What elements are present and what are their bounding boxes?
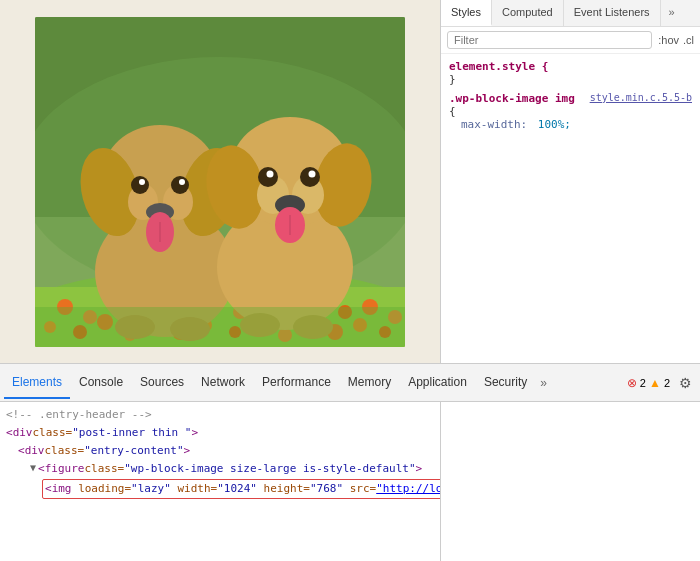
style-rule-close: } xyxy=(449,73,692,86)
style-rule-open: { xyxy=(449,105,692,118)
dt-tab-network[interactable]: Network xyxy=(193,367,253,399)
attr-class2: class= xyxy=(45,442,85,460)
attr-height: height= xyxy=(264,482,310,495)
dt-tab-more[interactable]: » xyxy=(536,368,551,398)
page-content xyxy=(0,0,440,363)
tag-div-open: < xyxy=(6,424,13,442)
filter-bar: :hov .cl xyxy=(441,27,700,54)
attr-width: width= xyxy=(177,482,217,495)
attr-src-val[interactable]: "http://localhost/theme-check/wp-content… xyxy=(376,482,440,495)
svg-rect-63 xyxy=(35,307,405,347)
attr-class2-val: "entry-content" xyxy=(84,442,183,460)
tag-figure-name: figure xyxy=(45,460,85,478)
wp-block-image-rule: .wp-block-image img style.min.c.5.5-b { … xyxy=(449,92,692,131)
tab-event-listeners[interactable]: Event Listeners xyxy=(564,0,661,26)
main-area: Styles Computed Event Listeners » :hov .… xyxy=(0,0,700,363)
svg-point-55 xyxy=(258,167,278,187)
error-icon: ⊗ xyxy=(627,376,637,390)
settings-gear-icon[interactable]: ⚙ xyxy=(675,371,696,395)
tag-div-name: div xyxy=(13,424,33,442)
attr-loading: loading= xyxy=(78,482,131,495)
attr-class: class= xyxy=(33,424,73,442)
dt-tab-application[interactable]: Application xyxy=(400,367,475,399)
html-panel: <!-- .entry-header --> <div class="post-… xyxy=(0,402,440,561)
styles-filter-input[interactable] xyxy=(447,31,652,49)
attr-height-val: "768" xyxy=(310,482,343,495)
max-width-prop-name: max-width: xyxy=(461,118,527,131)
warning-count: 2 xyxy=(664,377,670,389)
devtools-toolbar: Elements Console Sources Network Perform… xyxy=(0,363,700,401)
warning-icon: ▲ xyxy=(649,376,661,390)
bottom-layout: <!-- .entry-header --> <div class="post-… xyxy=(0,401,700,561)
attr-src: src= xyxy=(350,482,377,495)
tag-close: > xyxy=(191,424,198,442)
max-width-prop: max-width: 100%; xyxy=(449,118,692,131)
tag-img-open: < xyxy=(45,482,52,495)
tag-figure-close: > xyxy=(416,460,423,478)
attr-figure-class: class= xyxy=(84,460,124,478)
styles-bottom-panel xyxy=(440,402,700,561)
wp-block-image-selector: .wp-block-image img xyxy=(449,92,575,105)
styles-content: element.style { } .wp-block-image img st… xyxy=(441,54,700,363)
selected-img-tag: <img loading="lazy" width="1024" height=… xyxy=(42,479,440,499)
svg-point-56 xyxy=(300,167,320,187)
max-width-prop-value: 100%; xyxy=(538,118,571,131)
attr-figure-class-val: "wp-block-image size-large is-style-defa… xyxy=(124,460,415,478)
filter-hov-button[interactable]: :hov xyxy=(658,34,679,46)
tab-computed[interactable]: Computed xyxy=(492,0,564,26)
styles-tabs-bar: Styles Computed Event Listeners » xyxy=(441,0,700,27)
tab-styles[interactable]: Styles xyxy=(441,0,492,26)
svg-point-40 xyxy=(131,176,149,194)
dt-tab-security[interactable]: Security xyxy=(476,367,535,399)
dt-tab-elements[interactable]: Elements xyxy=(4,367,70,399)
svg-point-57 xyxy=(267,170,274,177)
tag-div2-open: < xyxy=(18,442,25,460)
svg-point-58 xyxy=(309,170,316,177)
html-line-div-post: <div class="post-inner thin "> xyxy=(6,424,434,442)
expand-arrow[interactable]: ▼ xyxy=(30,460,36,477)
attr-loading-val: "lazy" xyxy=(131,482,171,495)
attr-width-val: "1024" xyxy=(217,482,257,495)
html-line-figure[interactable]: ▼ <figure class="wp-block-image size-lar… xyxy=(6,460,434,478)
html-line-comment: <!-- .entry-header --> xyxy=(6,406,434,424)
style-rule-header: .wp-block-image img style.min.c.5.5-b xyxy=(449,92,692,105)
dt-tab-memory[interactable]: Memory xyxy=(340,367,399,399)
dt-tab-sources[interactable]: Sources xyxy=(132,367,192,399)
element-style-rule: element.style { } xyxy=(449,60,692,86)
styles-tab-more[interactable]: » xyxy=(661,0,683,26)
style-rule-selector: element.style { xyxy=(449,60,692,73)
error-count: 2 xyxy=(640,377,646,389)
error-badge: ⊗ 2 ▲ 2 xyxy=(627,376,670,390)
svg-point-42 xyxy=(139,179,145,185)
html-line-img[interactable]: <img loading="lazy" width="1024" height=… xyxy=(6,479,434,499)
tag2-close: > xyxy=(184,442,191,460)
tag-figure-open: < xyxy=(38,460,45,478)
attr-class-val: "post-inner thin " xyxy=(72,424,191,442)
dt-tab-console[interactable]: Console xyxy=(71,367,131,399)
tag-img-name: img xyxy=(52,482,72,495)
puppy-image xyxy=(35,17,405,347)
filter-cls-button[interactable]: .cl xyxy=(683,34,694,46)
comment-text: <!-- .entry-header --> xyxy=(6,406,152,424)
styles-bottom-content xyxy=(441,402,700,410)
html-line-div-entry: <div class="entry-content"> xyxy=(6,442,434,460)
dt-tab-performance[interactable]: Performance xyxy=(254,367,339,399)
devtools-styles-panel: Styles Computed Event Listeners » :hov .… xyxy=(440,0,700,363)
svg-point-41 xyxy=(171,176,189,194)
svg-point-43 xyxy=(179,179,185,185)
style-source-link[interactable]: style.min.c.5.5-b xyxy=(590,92,692,103)
tag-div2-name: div xyxy=(25,442,45,460)
